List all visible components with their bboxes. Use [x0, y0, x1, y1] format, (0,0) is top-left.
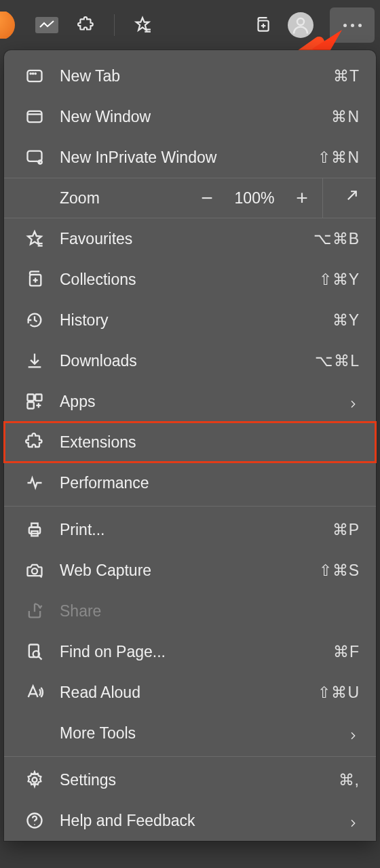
- menu-item-performance[interactable]: Performance: [4, 462, 376, 503]
- menu-item-collections[interactable]: Collections ⇧⌘Y: [4, 259, 376, 300]
- svg-rect-24: [35, 395, 41, 401]
- zoom-out-button[interactable]: −: [187, 178, 227, 218]
- menu-label: Find on Page...: [60, 643, 318, 661]
- svg-rect-29: [31, 524, 37, 528]
- menu-label: History: [60, 311, 318, 330]
- menu-item-web-capture[interactable]: Web Capture ⇧⌘S: [4, 550, 376, 591]
- menu-item-share: Share: [4, 591, 376, 631]
- menu-shortcut: ⌘F: [333, 643, 360, 661]
- menu-item-find[interactable]: Find on Page... ⌘F: [4, 631, 376, 672]
- menu-label: Share: [60, 602, 360, 620]
- svg-rect-25: [28, 402, 34, 408]
- menu-item-new-window[interactable]: New Window ⌘N: [4, 96, 376, 137]
- menu-item-help[interactable]: Help and Feedback: [4, 800, 376, 841]
- menu-shortcut: ⌘,: [339, 771, 360, 789]
- menu-shortcut: ⌘N: [331, 108, 360, 126]
- puzzle-icon: [24, 432, 45, 452]
- menu-label: Extensions: [60, 433, 360, 452]
- menu-item-downloads[interactable]: Downloads ⌥⌘L: [4, 340, 376, 381]
- menu-item-apps[interactable]: Apps: [4, 381, 376, 422]
- print-icon: [24, 519, 45, 540]
- apps-icon: [24, 391, 45, 412]
- menu-shortcut: ⌘T: [333, 67, 360, 85]
- menu-shortcut: ⇧⌘S: [319, 561, 360, 580]
- menu-item-read-aloud[interactable]: Read Aloud ⇧⌘U: [4, 672, 376, 713]
- menu-shortcut: ⌘Y: [332, 311, 360, 330]
- browser-toolbar: [0, 0, 380, 50]
- download-icon: [24, 351, 45, 371]
- menu-item-settings[interactable]: Settings ⌘,: [4, 760, 376, 800]
- menu-label: Downloads: [60, 352, 300, 370]
- menu-label: Performance: [60, 474, 360, 492]
- menu-item-print[interactable]: Print... ⌘P: [4, 509, 376, 550]
- svg-line-15: [348, 191, 356, 199]
- svg-point-9: [33, 73, 33, 74]
- help-icon: [24, 810, 45, 831]
- menu-divider: [4, 506, 376, 507]
- menu-label: Apps: [60, 393, 332, 411]
- menu-label: More Tools: [60, 724, 332, 743]
- svg-point-14: [39, 160, 42, 163]
- menu-item-extensions[interactable]: Extensions: [4, 422, 376, 462]
- svg-point-5: [297, 18, 304, 25]
- window-icon: [24, 106, 45, 127]
- svg-point-10: [35, 73, 35, 74]
- menu-item-new-tab[interactable]: New Tab ⌘T: [4, 56, 376, 96]
- menu-label: New InPrivate Window: [60, 149, 303, 167]
- profile-avatar[interactable]: [288, 12, 314, 38]
- menu-label: New Tab: [60, 67, 318, 85]
- svg-rect-7: [28, 71, 42, 81]
- menu-shortcut: ⇧⌘U: [318, 684, 360, 702]
- new-tab-icon: [24, 66, 45, 86]
- fullscreen-button[interactable]: [323, 178, 376, 218]
- chevron-right-icon: [347, 727, 360, 739]
- gear-icon: [24, 770, 45, 790]
- svg-point-36: [33, 778, 37, 783]
- more-menu-button[interactable]: [330, 7, 375, 43]
- share-icon: [24, 601, 45, 621]
- edge-logo-icon: [0, 12, 16, 39]
- svg-point-38: [34, 824, 35, 825]
- menu-divider: [4, 756, 376, 757]
- collections-icon: [24, 269, 45, 290]
- menu-item-history[interactable]: History ⌘Y: [4, 300, 376, 340]
- analytics-icon[interactable]: [35, 17, 58, 33]
- star-icon: [24, 229, 45, 249]
- svg-rect-23: [28, 395, 34, 401]
- menu-label: Web Capture: [60, 561, 304, 580]
- svg-point-8: [30, 73, 31, 74]
- zoom-control: Zoom − 100% +: [4, 178, 376, 218]
- camera-icon: [24, 560, 45, 580]
- toolbar-divider: [114, 14, 115, 36]
- menu-item-inprivate[interactable]: New InPrivate Window ⇧⌘N: [4, 137, 376, 178]
- history-icon: [24, 310, 45, 330]
- blank-icon: [24, 723, 45, 743]
- search-page-icon: [24, 642, 45, 662]
- extensions-icon[interactable]: [77, 16, 95, 34]
- zoom-label: Zoom: [60, 189, 187, 208]
- menu-label: Help and Feedback: [60, 812, 332, 830]
- menu-shortcut: ⌘P: [332, 521, 360, 539]
- read-aloud-icon: [24, 682, 45, 703]
- menu-item-favourites[interactable]: Favourites ⌥⌘B: [4, 218, 376, 259]
- menu-label: Collections: [60, 271, 304, 289]
- menu-shortcut: ⌥⌘L: [315, 352, 360, 370]
- collections-icon[interactable]: [254, 16, 271, 34]
- performance-icon: [24, 473, 45, 493]
- menu-label: Favourites: [60, 230, 299, 248]
- menu-item-more-tools[interactable]: More Tools: [4, 713, 376, 753]
- svg-line-34: [39, 656, 42, 660]
- settings-menu: New Tab ⌘T New Window ⌘N New InPrivate W…: [4, 50, 376, 841]
- menu-label: Print...: [60, 521, 318, 539]
- inprivate-icon: [24, 147, 45, 167]
- menu-label: Read Aloud: [60, 684, 303, 702]
- menu-shortcut: ⇧⌘N: [318, 149, 360, 167]
- menu-label: New Window: [60, 108, 316, 126]
- zoom-value: 100%: [227, 189, 282, 208]
- svg-rect-11: [28, 111, 42, 122]
- chevron-right-icon: [347, 814, 360, 827]
- zoom-in-button[interactable]: +: [282, 178, 322, 218]
- menu-shortcut: ⌥⌘B: [314, 230, 360, 248]
- favourites-icon[interactable]: [134, 16, 151, 34]
- menu-label: Settings: [60, 771, 324, 789]
